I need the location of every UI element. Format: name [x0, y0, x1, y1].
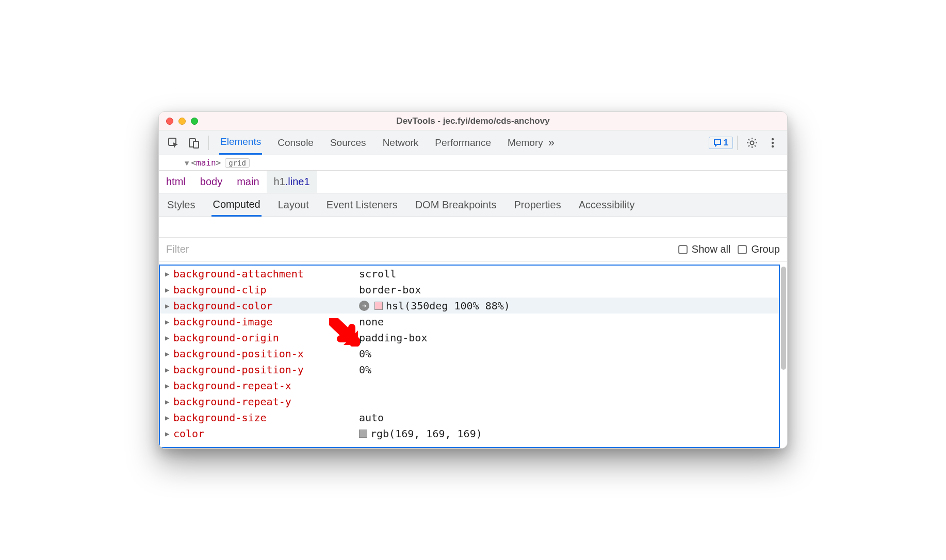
breadcrumb-html[interactable]: html: [159, 171, 193, 193]
subtab-styles[interactable]: Styles: [166, 193, 196, 217]
property-value: rgb(169, 169, 169): [359, 427, 482, 440]
show-all-label: Show all: [692, 243, 731, 255]
computed-row[interactable]: ▶colorrgb(169, 169, 169): [160, 425, 779, 441]
svg-point-6: [772, 145, 774, 147]
subtab-layout[interactable]: Layout: [277, 193, 310, 217]
property-name: background-clip: [173, 284, 359, 296]
separator: [208, 136, 209, 150]
subtab-event-listeners[interactable]: Event Listeners: [325, 193, 399, 217]
property-value-text: hsl(350deg 100% 88%): [386, 300, 510, 312]
computed-row[interactable]: ▶background-repeat-y: [160, 393, 779, 409]
property-name: background-color: [173, 300, 359, 312]
subtab-accessibility[interactable]: Accessibility: [578, 193, 636, 217]
subtab-computed[interactable]: Computed: [211, 193, 261, 217]
tab-console[interactable]: Console: [276, 130, 315, 155]
tab-network[interactable]: Network: [382, 130, 420, 155]
property-name: color: [173, 427, 359, 440]
tab-performance[interactable]: Performance: [434, 130, 492, 155]
property-value: 0%: [359, 348, 371, 360]
separator: [737, 136, 738, 150]
subtab-properties[interactable]: Properties: [513, 193, 562, 217]
property-name: background-origin: [173, 332, 359, 344]
computed-panel: ▶background-attachmentscroll▶background-…: [159, 265, 780, 448]
property-value: scroll: [359, 268, 396, 280]
property-value-text: rgb(169, 169, 169): [370, 427, 482, 440]
computed-row[interactable]: ▶background-position-x0%: [160, 345, 779, 361]
main-tabs: Elements Console Sources Network Perform…: [213, 130, 544, 155]
property-name: background-attachment: [173, 268, 359, 280]
computed-row[interactable]: ▶background-position-y0%: [160, 361, 779, 377]
property-name: background-repeat-y: [173, 396, 359, 408]
filter-row: Filter Show all Group: [159, 238, 787, 261]
tab-memory[interactable]: Memory: [507, 130, 544, 155]
property-value-text: none: [359, 316, 384, 328]
styles-subtabs: Styles Computed Layout Event Listeners D…: [159, 193, 787, 217]
expand-icon[interactable]: ▶: [165, 286, 173, 294]
issues-icon: [713, 139, 722, 147]
breadcrumb-tag: h1: [274, 176, 285, 188]
property-name: background-position-y: [173, 364, 359, 376]
breadcrumb-main[interactable]: main: [230, 171, 266, 193]
computed-row[interactable]: ▶background-clipborder-box: [160, 282, 779, 298]
spacer: [159, 217, 787, 238]
property-value-text: 0%: [359, 348, 371, 360]
property-value-text: 0%: [359, 364, 371, 376]
tabs-overflow-icon[interactable]: »: [544, 136, 559, 150]
expand-icon[interactable]: ▶: [165, 366, 173, 374]
issues-count: 1: [724, 138, 728, 148]
window-title: DevTools - jec.fyi/demo/cds-anchovy: [159, 116, 787, 126]
tab-elements[interactable]: Elements: [219, 130, 262, 155]
computed-row[interactable]: ▶background-imagenone: [160, 314, 779, 330]
computed-row[interactable]: ▶background-sizeauto: [160, 409, 779, 425]
property-name: background-repeat-x: [173, 380, 359, 392]
property-value-text: padding-box: [359, 332, 427, 344]
tab-sources[interactable]: Sources: [329, 130, 367, 155]
property-value: none: [359, 316, 384, 328]
subtab-dom-breakpoints[interactable]: DOM Breakpoints: [414, 193, 498, 217]
expand-icon[interactable]: ▶: [165, 414, 173, 422]
svg-point-3: [751, 141, 754, 144]
dom-tree-row[interactable]: ▼ <main> grid: [159, 155, 787, 171]
expand-icon[interactable]: ▶: [165, 302, 173, 310]
expand-icon[interactable]: ▶: [165, 318, 173, 326]
kebab-icon[interactable]: [762, 133, 783, 153]
expand-icon[interactable]: ▶: [165, 398, 173, 406]
property-value: auto: [359, 411, 384, 424]
property-value: border-box: [359, 284, 421, 296]
property-name: background-image: [173, 316, 359, 328]
svg-point-5: [772, 141, 774, 143]
inspect-icon[interactable]: [163, 133, 184, 153]
breadcrumb-h1[interactable]: h1.line1: [267, 171, 317, 193]
grid-badge[interactable]: grid: [225, 158, 250, 168]
scrollbar[interactable]: [780, 265, 787, 448]
property-value: 0%: [359, 364, 371, 376]
breadcrumb-class: .line1: [285, 176, 310, 188]
scrollbar-thumb[interactable]: [781, 267, 786, 370]
group-checkbox[interactable]: Group: [738, 243, 780, 255]
color-swatch[interactable]: [374, 302, 383, 310]
computed-row[interactable]: ▶background-originpadding-box: [160, 330, 779, 345]
property-name: background-position-x: [173, 348, 359, 360]
devtools-window: DevTools - jec.fyi/demo/cds-anchovy Elem…: [158, 111, 788, 449]
expand-icon[interactable]: ▶: [165, 382, 173, 390]
expand-icon[interactable]: ▶: [165, 350, 173, 358]
expand-icon[interactable]: ▼: [185, 159, 189, 167]
filter-input[interactable]: Filter: [166, 243, 671, 255]
issues-badge[interactable]: 1: [709, 137, 733, 149]
main-toolbar: Elements Console Sources Network Perform…: [159, 130, 787, 155]
computed-row[interactable]: ▶background-repeat-x: [160, 377, 779, 393]
device-toggle-icon[interactable]: [184, 133, 204, 153]
goto-icon[interactable]: ➜: [359, 301, 369, 311]
svg-point-4: [772, 138, 774, 140]
color-swatch[interactable]: [359, 430, 367, 438]
computed-row[interactable]: ▶background-attachmentscroll: [160, 266, 779, 282]
show-all-checkbox[interactable]: Show all: [678, 243, 731, 255]
computed-row[interactable]: ▶background-color➜hsl(350deg 100% 88%): [160, 298, 779, 314]
property-value-text: scroll: [359, 268, 396, 280]
expand-icon[interactable]: ▶: [165, 430, 173, 438]
expand-icon[interactable]: ▶: [165, 270, 173, 278]
breadcrumb-body[interactable]: body: [193, 171, 230, 193]
gear-icon[interactable]: [742, 133, 762, 153]
property-value-text: auto: [359, 411, 384, 424]
expand-icon[interactable]: ▶: [165, 334, 173, 342]
